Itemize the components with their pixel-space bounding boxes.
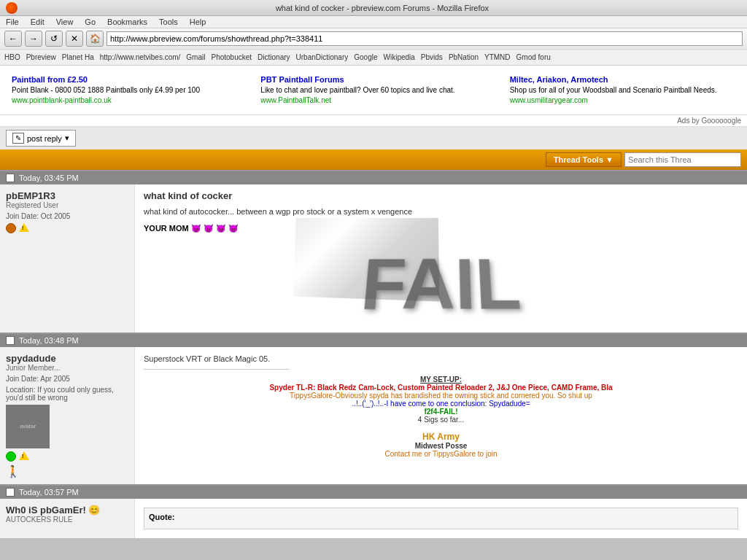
post-2-body: spydadude Junior Member... Join Date: Ap… [0,347,747,484]
title-bar: what kind of cocker - pbreview.com Forum… [0,0,747,16]
sig-setup-line: MY SET-UP: [144,376,738,384]
post-1-online-status-icon [6,223,16,233]
ad-2: PBT Paintball Forums Like to chat and lo… [249,71,498,109]
post-reply-icon: ✎ [12,133,24,144]
bookmark-google[interactable]: Google [354,53,377,61]
ads-section: Paintball from £2.50 Point Blank - 0800 … [0,66,747,115]
sig-hk-line: HK Army [144,432,738,442]
thread-tools-button[interactable]: Thread Tools ▼ [546,152,622,167]
post-1-user-title: Registered User [6,201,128,209]
menu-view[interactable]: View [56,18,74,26]
post-2-person-icon: 🚶 [6,464,20,478]
ad-2-title[interactable]: PBT Paintball Forums [260,75,344,84]
post-reply-button[interactable]: ✎ post reply ▾ [6,130,76,147]
post-2-text: Superstock VRT or Black Magic 05. [144,353,738,365]
fail-display: FAIL [144,239,738,327]
post-reply-arrow: ▾ [65,133,69,143]
post-2-icon [6,336,15,345]
post-2-online-status-icon [6,451,16,462]
forum-area: ✎ post reply ▾ Thread Tools ▼ Today, 03:… [0,127,747,538]
home-button[interactable]: 🏠 [86,31,104,47]
post-1-join-date: Join Date: Oct 2005 [6,212,128,220]
ad-2-text: Like to chat and love paintball? Over 60… [260,86,454,94]
post-1-user-icons [6,223,128,233]
post-2-warning-icon [19,451,29,460]
post-2: Today, 03:48 PM spydadude Junior Member.… [0,332,747,484]
menu-tools[interactable]: Tools [159,18,178,26]
post-1-fail-area: YOUR MOM 😈 😈 😈 😈 FAIL [144,218,738,327]
post-2-sig-separator [144,369,290,370]
bookmark-pbnation[interactable]: PbNation [449,53,479,61]
menu-bar: File Edit View Go Bookmarks Tools Help [0,16,747,28]
search-thread-input[interactable] [624,152,741,167]
smiley-2: 😈 [204,224,214,233]
post-3-quote-box: Quote: [144,508,738,529]
post-3-icon [6,488,15,497]
browser-window: what kind of cocker - pbreview.com Forum… [0,0,747,538]
menu-go[interactable]: Go [85,18,96,26]
smiley-3: 😈 [216,224,226,233]
post-1-your-mom: YOUR MOM [144,224,189,233]
post-3-body: Wh0 iS pbGamEr! 😊 AUTOCKERS RULE Quote: [0,499,747,538]
post-1-title: what kind of cocker [144,190,738,201]
post-1-body: pbEMP1R3 Registered User Join Date: Oct … [0,184,747,332]
fail-text: FAIL [358,249,523,321]
bookmark-ytmnd[interactable]: YTMND [484,53,511,61]
ad-1-text: Point Blank - 0800 052 1888 Paintballs o… [12,86,200,94]
bookmark-dictionary[interactable]: Dictionary [258,53,290,61]
ad-1: Paintball from £2.50 Point Blank - 0800 … [0,71,249,109]
bookmark-gmod[interactable]: Gmod foru [516,53,551,61]
post-2-user-title: Junior Member... [6,364,128,372]
sig-quote-line: TippysGalore-Obviously spyda has brandis… [144,392,738,400]
post-3-user-smiley: 😊 [88,505,100,516]
bookmark-planet[interactable]: Planet Ha [62,53,94,61]
bookmark-photobucket[interactable]: Photobucket [211,53,252,61]
menu-file[interactable]: File [6,18,19,26]
sig-ascii-line: ..!..('_')..!..-I have come to one concl… [144,400,738,408]
post-2-location: Location: If you could only guess, you'd… [6,386,128,402]
post-2-content: Superstock VRT or Black Magic 05. MY SET… [135,347,747,484]
bookmark-pbreview[interactable]: Pbreview [26,53,56,61]
post-1-warning-icon [19,223,29,232]
ad-3-text: Shop us for all of your Woodsball and Sc… [510,86,717,94]
ad-3-title[interactable]: Miltec, Ariakon, Armotech [510,75,608,84]
post-3-username: Wh0 iS pbGamEr! 😊 [6,505,128,516]
ads-by-label: Ads by Goooooogle [0,115,747,127]
bookmark-netvibes[interactable]: http://www.netvibes.com/ [100,53,181,61]
forward-button[interactable]: → [25,31,42,47]
bookmark-pbvids[interactable]: Pbvids [421,53,443,61]
thread-toolbar: Thread Tools ▼ [0,149,747,170]
sig-contact-line: Contact me or TippysGalore to join [144,450,738,458]
post-reply-bar: ✎ post reply ▾ [0,127,747,149]
stop-button[interactable]: ✕ [66,31,83,47]
bookmark-hbo[interactable]: HBO [4,53,20,61]
post-3: Today, 03:57 PM Wh0 iS pbGamEr! 😊 AUTOCK… [0,484,747,538]
post-3-user-info: Wh0 iS pbGamEr! 😊 AUTOCKERS RULE [0,499,135,538]
bookmarks-bar: HBO Pbreview Planet Ha http://www.netvib… [0,50,747,66]
reload-button[interactable]: ↺ [45,31,63,47]
back-button[interactable]: ← [4,31,22,47]
post-3-timestamp: Today, 03:57 PM [19,488,79,497]
post-2-join-date: Join Date: Apr 2005 [6,375,128,383]
bookmark-wikipedia[interactable]: Wikipedia [384,53,415,61]
post-1-text: what kind of autococker... between a wgp… [144,206,738,218]
post-2-header: Today, 03:48 PM [0,334,747,347]
post-1-user-info: pbEMP1R3 Registered User Join Date: Oct … [0,184,135,332]
menu-help[interactable]: Help [190,18,206,26]
bookmark-gmail[interactable]: Gmail [186,53,205,61]
ad-2-url: www.PaintballTalk.net [260,96,331,104]
ad-3: Miltec, Ariakon, Armotech Shop us for al… [498,71,747,109]
nav-toolbar: ← → ↺ ✕ 🏠 [0,28,747,50]
ad-1-title[interactable]: Paintball from £2.50 [12,75,88,84]
post-2-signature: MY SET-UP: Spyder TL-R: Black Redz Cam-L… [144,376,738,458]
smiley-1: 😈 [191,224,201,233]
post-reply-label: post reply [27,134,62,143]
firefox-icon [6,2,18,14]
menu-edit[interactable]: Edit [31,18,44,26]
bookmark-urbandictionary[interactable]: UrbanDictionary [296,53,349,61]
ad-1-url: www.pointblank-paintball.co.uk [12,96,112,104]
address-bar[interactable] [107,31,743,46]
menu-bookmarks[interactable]: Bookmarks [107,18,147,26]
post-1-content: what kind of cocker what kind of autococ… [135,184,747,332]
post-2-avatar: avatar [6,405,50,448]
